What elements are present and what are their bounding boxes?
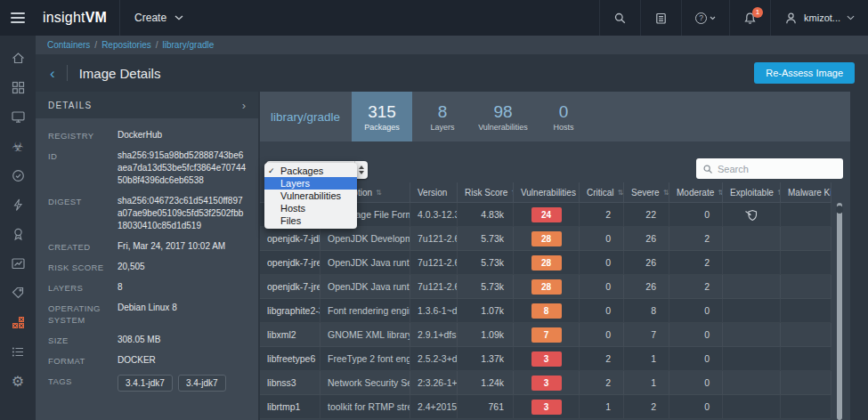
chevron-down-icon — [847, 15, 855, 20]
sidebar-item-automation[interactable] — [0, 190, 36, 220]
containers-blocks-icon — [11, 315, 26, 330]
column-header-version[interactable]: Version — [410, 182, 458, 202]
column-header-vulnerabilities[interactable]: Vulnerabilities▾ — [514, 182, 580, 202]
sidebar-item-settings[interactable]: ⚙ — [0, 367, 36, 396]
main-content: library/gradle 315Packages 8Layers 98Vul… — [260, 92, 850, 420]
table-row[interactable]: libnss3 Network Security Servic... 2:3.2… — [260, 371, 831, 395]
table-row[interactable]: libxml2 GNOME XML library 2.9.1+dfs... 1… — [260, 323, 831, 347]
severe-cell: 26 — [624, 275, 669, 298]
menu-item-vulnerabilities[interactable]: Vulnerabilities — [264, 190, 357, 202]
create-menu-button[interactable]: Create — [134, 12, 183, 24]
left-sidebar: ☣ ⚙ — [0, 36, 36, 420]
details-panel-header[interactable]: DETAILS › — [36, 92, 258, 118]
help-menu-button[interactable]: ? — [681, 0, 729, 36]
sidebar-item-home[interactable] — [0, 44, 36, 73]
column-header-malware-kits[interactable]: Malware Kits⇅ — [781, 182, 831, 202]
moderate-cell: 0 — [669, 395, 723, 418]
scrollbar-thumb[interactable] — [836, 206, 843, 214]
user-menu-button[interactable]: kmizot... — [770, 0, 868, 36]
stat-tile-packages[interactable]: 315Packages — [352, 92, 412, 141]
description-cell: OpenJDK Development ... — [320, 227, 410, 250]
sidebar-item-reports[interactable] — [0, 249, 36, 279]
search-button[interactable] — [599, 0, 640, 36]
column-header-exploitable[interactable]: Exploitable⇅ — [723, 182, 781, 202]
table-row[interactable]: libgraphite2-3 Font rendering engine fo.… — [260, 299, 831, 323]
calendar-button[interactable] — [640, 0, 681, 36]
table-row[interactable]: openjdk-7-jre OpenJDK Java runtime, ... … — [260, 251, 831, 275]
hamburger-menu-icon[interactable] — [0, 0, 36, 36]
table-row[interactable]: openjdk-7-jre-... OpenJDK Java runtime, … — [260, 275, 831, 299]
risk-score-cell: 5.73k — [458, 275, 514, 298]
back-button[interactable]: ‹ — [50, 66, 55, 81]
sidebar-item-policies[interactable] — [0, 161, 36, 190]
shield-arrow-icon — [744, 208, 758, 222]
column-header-risk-score[interactable]: Risk Score⇅ — [458, 182, 514, 202]
exploitable-cell — [723, 251, 781, 274]
vulnerability-count-badge: 3 — [531, 376, 562, 391]
breadcrumb-repo-name[interactable]: library/gradle — [163, 40, 215, 50]
sidebar-item-dashboard[interactable] — [0, 73, 36, 102]
table-toolbar: Packages ✓Packages Layers Vulnerabilitie… — [260, 141, 850, 182]
view-select-menu: ✓Packages Layers Vulnerabilities Hosts F… — [264, 163, 357, 229]
package-cell: libnss3 — [260, 371, 320, 394]
package-cell: openjdk-7-jre — [260, 251, 320, 274]
risk-score-cell: 5.73k — [458, 227, 514, 250]
detail-row-size: SIZE308.05 MB — [48, 334, 247, 346]
vulnerability-count-badge: 3 — [531, 400, 562, 415]
description-cell: FreeType 2 font engine, ... — [320, 347, 410, 370]
stat-tiles: 315Packages 8Layers 98Vulnerabilities 0H… — [352, 92, 594, 141]
moderate-cell: 0 — [669, 323, 723, 346]
table-row[interactable]: libfreetype6 FreeType 2 font engine, ...… — [260, 347, 831, 371]
package-cell: openjdk-7-jdk — [260, 227, 320, 250]
sidebar-item-list[interactable] — [0, 337, 36, 367]
table-row[interactable]: openjdk-7-jdk OpenJDK Development ... 7u… — [260, 227, 831, 251]
column-header-severe[interactable]: Severe⇅ — [624, 182, 669, 202]
severe-cell: 2 — [624, 395, 669, 418]
exploitable-cell — [723, 203, 781, 226]
vulnerabilities-cell: 24 — [514, 203, 580, 226]
reassess-image-button[interactable]: Re-Assess Image — [754, 62, 855, 84]
sidebar-item-containers[interactable] — [0, 308, 36, 337]
menu-item-hosts[interactable]: Hosts — [264, 202, 357, 214]
menu-item-files[interactable]: Files — [264, 214, 357, 227]
table-row[interactable]: librtmp1 toolkit for RTMP stream... 2.4+… — [260, 395, 831, 419]
table-scrollbar[interactable] — [837, 203, 842, 420]
gear-icon: ⚙ — [12, 375, 24, 389]
detail-row-format: FORMATDOCKER — [48, 354, 247, 367]
stat-tile-layers[interactable]: 8Layers — [412, 92, 473, 141]
sidebar-item-vulnerabilities[interactable]: ☣ — [0, 132, 36, 161]
tag-chip[interactable]: 3.4.1-jdk7 — [118, 375, 173, 392]
menu-item-packages[interactable]: ✓Packages — [264, 165, 357, 177]
check-circle-icon — [11, 168, 26, 183]
tag-chip[interactable]: 3.4-jdk7 — [178, 375, 226, 392]
column-header-moderate[interactable]: Moderate⇅ — [669, 182, 723, 202]
sidebar-item-goals[interactable] — [0, 220, 36, 249]
package-cell: libxml2 — [260, 323, 320, 346]
breadcrumb-containers[interactable]: Containers — [47, 40, 90, 50]
dashboard-grid-icon — [11, 80, 26, 95]
breadcrumb-repositories[interactable]: Repositories — [101, 40, 151, 50]
stat-tile-hosts[interactable]: 0Hosts — [533, 92, 594, 141]
tag-icon — [11, 286, 26, 301]
malware-kits-cell — [781, 347, 831, 370]
description-cell: Network Security Servic... — [320, 371, 410, 394]
sidebar-item-management[interactable] — [0, 279, 36, 308]
menu-item-layers[interactable]: Layers — [264, 177, 357, 190]
sidebar-item-assets[interactable] — [0, 102, 36, 132]
biohazard-icon: ☣ — [12, 140, 23, 153]
stat-tile-vulnerabilities[interactable]: 98Vulnerabilities — [473, 92, 533, 141]
package-cell: libfreetype6 — [260, 347, 320, 370]
search-input[interactable] — [718, 164, 829, 174]
detail-row-operating-system: OPERATING SYSTEMDebian Linux 8 — [48, 302, 247, 326]
column-header-critical[interactable]: Critical⇅ — [580, 182, 624, 202]
severe-cell: 8 — [624, 299, 669, 322]
critical-cell: 0 — [580, 227, 624, 250]
vulnerabilities-cell: 28 — [514, 227, 580, 250]
description-cell: OpenJDK Java runtime, ... — [320, 251, 410, 274]
critical-cell: 2 — [580, 371, 624, 394]
repository-link[interactable]: library/gradle — [271, 92, 340, 141]
malware-kits-cell — [781, 371, 831, 394]
notifications-button[interactable]: 1 — [729, 0, 770, 36]
version-cell: 7u121-2.6... — [410, 251, 458, 274]
page-title: Image Details — [79, 66, 161, 81]
